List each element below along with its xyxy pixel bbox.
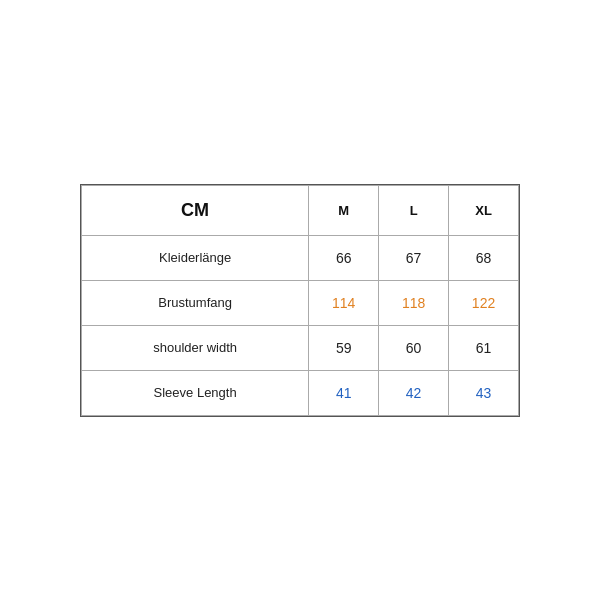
col-xl-header: XL	[449, 185, 519, 235]
size-table: CM M L XL Kleiderlänge666768Brustumfang1…	[81, 185, 519, 416]
size-table-container: CM M L XL Kleiderlänge666768Brustumfang1…	[80, 184, 520, 417]
col-l-header: L	[379, 185, 449, 235]
table-row: Kleiderlänge666768	[82, 235, 519, 280]
table-row: Brustumfang114118122	[82, 280, 519, 325]
row-label-2: shoulder width	[82, 325, 309, 370]
row-val2-0: 67	[379, 235, 449, 280]
row-val1-1: 114	[309, 280, 379, 325]
table-row: Sleeve Length414243	[82, 370, 519, 415]
row-val2-2: 60	[379, 325, 449, 370]
row-val3-1: 122	[449, 280, 519, 325]
row-val1-3: 41	[309, 370, 379, 415]
row-label-1: Brustumfang	[82, 280, 309, 325]
col-m-header: M	[309, 185, 379, 235]
unit-header: CM	[82, 185, 309, 235]
row-val2-1: 118	[379, 280, 449, 325]
row-val3-0: 68	[449, 235, 519, 280]
row-label-3: Sleeve Length	[82, 370, 309, 415]
row-label-0: Kleiderlänge	[82, 235, 309, 280]
row-val3-3: 43	[449, 370, 519, 415]
row-val2-3: 42	[379, 370, 449, 415]
row-val3-2: 61	[449, 325, 519, 370]
row-val1-2: 59	[309, 325, 379, 370]
row-val1-0: 66	[309, 235, 379, 280]
table-row: shoulder width596061	[82, 325, 519, 370]
table-header-row: CM M L XL	[82, 185, 519, 235]
